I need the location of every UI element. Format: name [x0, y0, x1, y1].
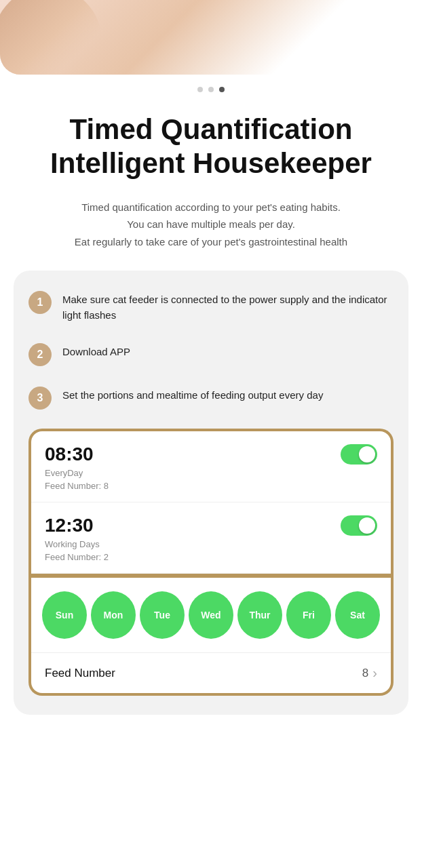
meal-1-header: 08:30	[45, 443, 377, 465]
meal-1-time: 08:30	[45, 443, 94, 465]
step-2: 2 Download APP	[28, 342, 394, 366]
dot-2	[208, 87, 214, 92]
feed-number-value: 8 ›	[362, 665, 377, 681]
step-2-number: 2	[28, 343, 52, 366]
days-section: Sun Mon Tue Wed Thur Fri	[31, 574, 391, 652]
meal-2-toggle[interactable]	[341, 515, 377, 536]
day-tue[interactable]: Tue	[140, 591, 185, 639]
day-mon[interactable]: Mon	[91, 591, 136, 639]
chevron-right-icon: ›	[372, 665, 377, 681]
day-fri[interactable]: Fri	[286, 591, 331, 639]
meal-2-schedule: Working Days	[45, 539, 377, 549]
title-line2: Intelligent Housekeeper	[50, 147, 372, 179]
meal-2-feed: Feed Number: 2	[45, 552, 377, 562]
day-thur[interactable]: Thur	[237, 591, 282, 639]
day-wed[interactable]: Wed	[189, 591, 233, 639]
meal-1-row: 08:30 EveryDay Feed Number: 8	[31, 431, 391, 502]
step-1: 1 Make sure cat feeder is connected to t…	[28, 290, 394, 323]
feed-number-row[interactable]: Feed Number 8 ›	[31, 652, 391, 693]
meal-1-toggle[interactable]	[341, 444, 377, 465]
step-3: 3 Set the portions and mealtime of feedi…	[28, 385, 394, 410]
pagination-dots	[0, 75, 422, 99]
dot-1	[197, 87, 203, 92]
meal-2-time: 12:30	[45, 515, 94, 536]
top-decorative-image	[0, 0, 422, 75]
feed-number-amount: 8	[362, 667, 368, 680]
step-1-number: 1	[28, 291, 52, 314]
dot-3	[219, 87, 225, 92]
day-sun[interactable]: Sun	[42, 591, 87, 639]
main-card: 1 Make sure cat feeder is connected to t…	[14, 271, 408, 715]
schedule-inner: 08:30 EveryDay Feed Number: 8 12:30 Work…	[31, 431, 391, 693]
title-line1: Timed Quantification	[70, 113, 353, 145]
meal-1-feed: Feed Number: 8	[45, 481, 377, 491]
step-3-text: Set the portions and mealtime of feeding…	[62, 385, 323, 403]
page-title: Timed Quantification Intelligent Houseke…	[0, 99, 422, 188]
meal-2-row: 12:30 Working Days Feed Number: 2	[31, 502, 391, 574]
meal-1-schedule: EveryDay	[45, 468, 377, 478]
step-1-text: Make sure cat feeder is connected to the…	[62, 290, 394, 323]
step-2-text: Download APP	[62, 342, 130, 360]
schedule-card: 08:30 EveryDay Feed Number: 8 12:30 Work…	[28, 429, 394, 696]
feed-number-label: Feed Number	[45, 667, 115, 680]
step-3-number: 3	[28, 387, 52, 410]
meal-2-header: 12:30	[45, 515, 377, 536]
subtitle-text: Timed quantification according to your p…	[0, 188, 422, 251]
day-sat[interactable]: Sat	[335, 591, 380, 639]
days-row: Sun Mon Tue Wed Thur Fri	[42, 591, 380, 639]
